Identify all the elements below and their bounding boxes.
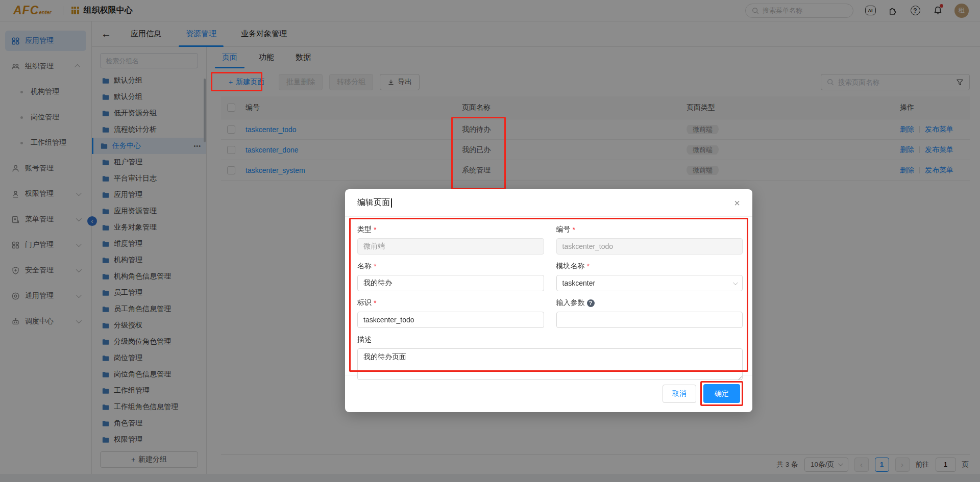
param-help-icon[interactable]: ? <box>587 299 595 307</box>
name-input[interactable] <box>357 275 544 291</box>
required-mark: * <box>374 262 376 270</box>
modal-header: 编辑页面 × <box>345 189 752 217</box>
required-mark: * <box>587 262 590 270</box>
field-label-params: 输入参数 ? <box>556 298 743 308</box>
required-mark: * <box>374 299 376 307</box>
params-input[interactable] <box>556 312 743 328</box>
required-mark: * <box>374 225 376 234</box>
field-label-code: 编号* <box>556 225 743 234</box>
type-input <box>357 238 544 255</box>
field-label-name: 名称* <box>357 262 544 271</box>
identifier-input[interactable] <box>357 312 544 328</box>
cancel-button[interactable]: 取消 <box>663 385 696 403</box>
module-select[interactable] <box>556 275 743 291</box>
close-icon[interactable]: × <box>734 198 740 208</box>
identifier-label: 标识 <box>357 298 372 308</box>
modal-title: 编辑页面 <box>357 197 390 208</box>
field-label-module: 模块名称* <box>556 262 743 271</box>
code-input <box>556 238 743 255</box>
field-label-description: 描述 <box>357 335 743 344</box>
field-label-type: 类型* <box>357 225 544 234</box>
required-mark: * <box>573 225 575 234</box>
edit-page-modal: 编辑页面 × 类型* 编号* 名称* <box>345 189 752 412</box>
field-label-identifier: 名称标识* <box>357 298 544 308</box>
modal-body: 类型* 编号* 名称* 模块名称* <box>345 217 752 375</box>
description-textarea[interactable]: 我的待办页面 <box>357 348 743 380</box>
confirm-button[interactable]: 确定 <box>703 384 740 403</box>
text-caret <box>391 198 392 208</box>
